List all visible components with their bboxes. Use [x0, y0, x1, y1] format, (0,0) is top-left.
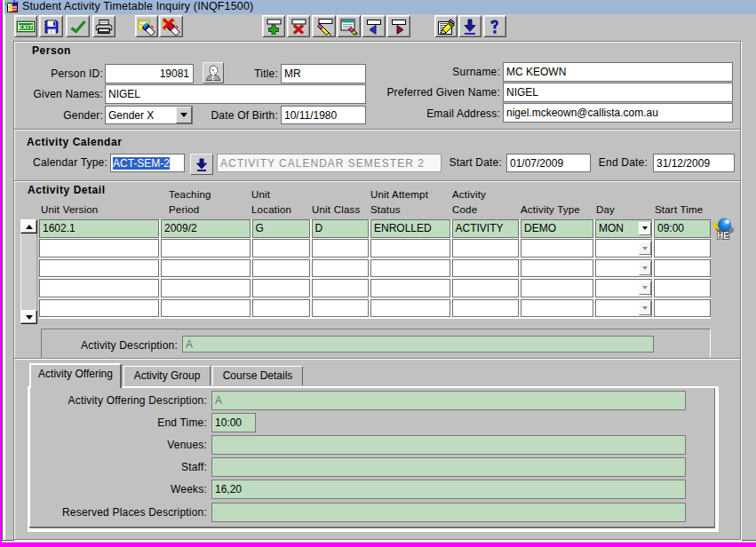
- svg-text:EXIT: EXIT: [19, 24, 34, 30]
- svg-text:HE: HE: [717, 231, 729, 241]
